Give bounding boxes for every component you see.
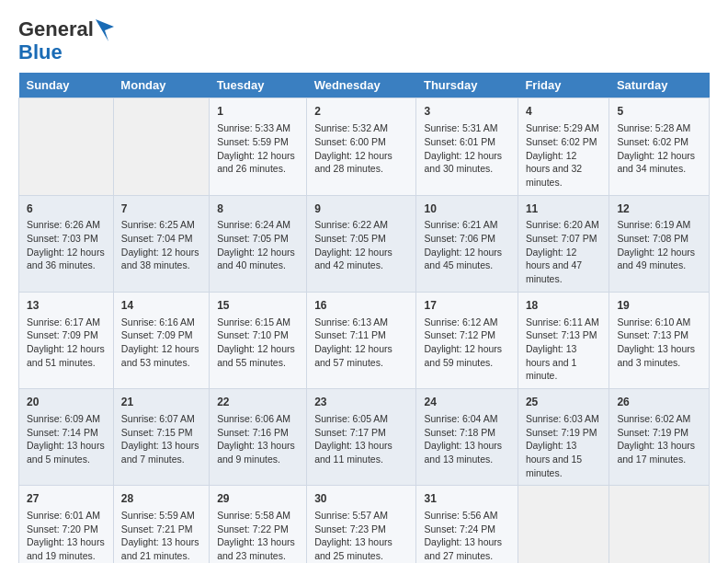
sunrise-label: Sunrise: 6:15 AM [217, 316, 290, 327]
sunset-label: Sunset: 6:02 PM [617, 136, 688, 147]
sunrise-label: Sunrise: 6:17 AM [27, 316, 100, 327]
day-number: 12 [617, 201, 701, 217]
daylight-label: Daylight: 12 hours and 53 minutes. [121, 343, 199, 368]
sunset-label: Sunset: 7:18 PM [424, 427, 495, 438]
daylight-label: Daylight: 13 hours and 23 minutes. [217, 536, 295, 561]
sunrise-label: Sunrise: 6:12 AM [424, 316, 497, 327]
daylight-label: Daylight: 13 hours and 7 minutes. [121, 440, 199, 465]
daylight-label: Daylight: 13 hours and 15 minutes. [526, 440, 582, 477]
day-number: 6 [27, 201, 106, 217]
day-number: 16 [314, 298, 408, 314]
day-number: 7 [121, 201, 201, 217]
day-number: 15 [217, 298, 299, 314]
calendar-cell: 25 Sunrise: 6:03 AM Sunset: 7:19 PM Dayl… [518, 389, 609, 486]
day-number: 17 [424, 298, 509, 314]
day-number: 30 [314, 491, 408, 507]
calendar-cell: 16 Sunrise: 6:13 AM Sunset: 7:11 PM Dayl… [307, 292, 416, 388]
sunset-label: Sunset: 7:12 PM [424, 329, 495, 340]
calendar-cell [609, 486, 710, 563]
calendar-cell: 10 Sunrise: 6:21 AM Sunset: 7:06 PM Dayl… [416, 195, 518, 292]
calendar-cell [518, 486, 609, 563]
calendar-cell: 12 Sunrise: 6:19 AM Sunset: 7:08 PM Dayl… [609, 195, 710, 292]
day-number: 4 [526, 104, 602, 120]
daylight-label: Daylight: 13 hours and 27 minutes. [424, 536, 502, 561]
sunrise-label: Sunrise: 6:01 AM [27, 510, 100, 521]
daylight-label: Daylight: 12 hours and 34 minutes. [617, 150, 695, 175]
daylight-label: Daylight: 12 hours and 32 minutes. [526, 150, 582, 188]
sunrise-label: Sunrise: 6:11 AM [526, 316, 599, 327]
sunset-label: Sunset: 7:05 PM [217, 233, 289, 244]
weekday-header-thursday: Thursday [416, 73, 518, 98]
calendar-cell: 21 Sunrise: 6:07 AM Sunset: 7:15 PM Dayl… [113, 389, 209, 486]
calendar-cell: 4 Sunrise: 5:29 AM Sunset: 6:02 PM Dayli… [518, 98, 609, 195]
daylight-label: Daylight: 13 hours and 19 minutes. [27, 536, 105, 561]
day-number: 24 [424, 395, 509, 410]
calendar-cell: 7 Sunrise: 6:25 AM Sunset: 7:04 PM Dayli… [113, 195, 209, 292]
sunrise-label: Sunrise: 6:03 AM [526, 413, 599, 424]
sunrise-label: Sunrise: 6:13 AM [314, 316, 388, 327]
calendar-cell: 23 Sunrise: 6:05 AM Sunset: 7:17 PM Dayl… [307, 389, 416, 486]
week-row-2: 6 Sunrise: 6:26 AM Sunset: 7:03 PM Dayli… [19, 195, 710, 292]
day-number: 11 [526, 201, 602, 217]
sunset-label: Sunset: 7:17 PM [314, 427, 386, 438]
sunset-label: Sunset: 7:04 PM [121, 233, 193, 244]
day-number: 18 [526, 298, 602, 314]
daylight-label: Daylight: 13 hours and 1 minute. [526, 343, 576, 381]
sunset-label: Sunset: 7:10 PM [217, 329, 289, 340]
day-number: 23 [314, 395, 408, 410]
day-number: 10 [424, 201, 509, 217]
daylight-label: Daylight: 12 hours and 45 minutes. [424, 247, 502, 271]
daylight-label: Daylight: 13 hours and 5 minutes. [27, 440, 105, 465]
sunset-label: Sunset: 7:21 PM [121, 523, 193, 534]
calendar-cell: 1 Sunrise: 5:33 AM Sunset: 5:59 PM Dayli… [210, 98, 307, 195]
sunrise-label: Sunrise: 6:21 AM [424, 219, 497, 230]
sunrise-label: Sunrise: 6:09 AM [27, 413, 100, 424]
sunset-label: Sunset: 7:08 PM [617, 233, 688, 244]
day-number: 8 [217, 201, 299, 217]
weekday-header-tuesday: Tuesday [210, 73, 307, 98]
calendar-cell: 11 Sunrise: 6:20 AM Sunset: 7:07 PM Dayl… [518, 195, 609, 292]
sunset-label: Sunset: 7:19 PM [526, 427, 597, 438]
daylight-label: Daylight: 13 hours and 13 minutes. [424, 440, 502, 465]
week-row-3: 13 Sunrise: 6:17 AM Sunset: 7:09 PM Dayl… [19, 292, 710, 388]
day-number: 13 [27, 298, 106, 314]
sunrise-label: Sunrise: 5:28 AM [617, 122, 690, 133]
logo: General Blue [18, 18, 114, 63]
sunset-label: Sunset: 7:13 PM [526, 329, 597, 340]
sunrise-label: Sunrise: 6:07 AM [121, 413, 195, 424]
sunset-label: Sunset: 7:03 PM [27, 233, 98, 244]
calendar-cell: 26 Sunrise: 6:02 AM Sunset: 7:19 PM Dayl… [609, 389, 710, 486]
sunrise-label: Sunrise: 6:02 AM [617, 413, 690, 424]
sunrise-label: Sunrise: 5:31 AM [424, 122, 497, 133]
calendar-cell: 6 Sunrise: 6:26 AM Sunset: 7:03 PM Dayli… [19, 195, 114, 292]
week-row-5: 27 Sunrise: 6:01 AM Sunset: 7:20 PM Dayl… [19, 486, 710, 563]
sunset-label: Sunset: 7:14 PM [27, 427, 98, 438]
calendar-cell: 31 Sunrise: 5:56 AM Sunset: 7:24 PM Dayl… [416, 486, 518, 563]
sunset-label: Sunset: 7:07 PM [526, 233, 597, 244]
calendar-cell [19, 98, 114, 195]
sunrise-label: Sunrise: 6:19 AM [617, 219, 690, 230]
day-number: 19 [617, 298, 701, 314]
calendar-cell: 20 Sunrise: 6:09 AM Sunset: 7:14 PM Dayl… [19, 389, 114, 486]
day-number: 25 [526, 395, 602, 410]
calendar-cell: 19 Sunrise: 6:10 AM Sunset: 7:13 PM Dayl… [609, 292, 710, 388]
calendar-cell: 24 Sunrise: 6:04 AM Sunset: 7:18 PM Dayl… [416, 389, 518, 486]
day-number: 31 [424, 491, 509, 507]
sunset-label: Sunset: 5:59 PM [217, 136, 289, 147]
daylight-label: Daylight: 13 hours and 25 minutes. [314, 536, 392, 561]
daylight-label: Daylight: 13 hours and 3 minutes. [617, 343, 695, 368]
calendar-cell: 27 Sunrise: 6:01 AM Sunset: 7:20 PM Dayl… [19, 486, 114, 563]
sunset-label: Sunset: 7:09 PM [121, 329, 193, 340]
day-number: 21 [121, 395, 201, 410]
weekday-header-sunday: Sunday [19, 73, 114, 98]
weekday-header-friday: Friday [518, 73, 609, 98]
daylight-label: Daylight: 12 hours and 30 minutes. [424, 150, 502, 175]
week-row-1: 1 Sunrise: 5:33 AM Sunset: 5:59 PM Dayli… [19, 98, 710, 195]
weekday-header-row: SundayMondayTuesdayWednesdayThursdayFrid… [19, 73, 710, 98]
sunset-label: Sunset: 7:23 PM [314, 523, 386, 534]
day-number: 26 [617, 395, 701, 410]
daylight-label: Daylight: 12 hours and 51 minutes. [27, 343, 105, 368]
sunset-label: Sunset: 7:13 PM [617, 329, 688, 340]
sunrise-label: Sunrise: 6:16 AM [121, 316, 195, 327]
weekday-header-monday: Monday [113, 73, 209, 98]
